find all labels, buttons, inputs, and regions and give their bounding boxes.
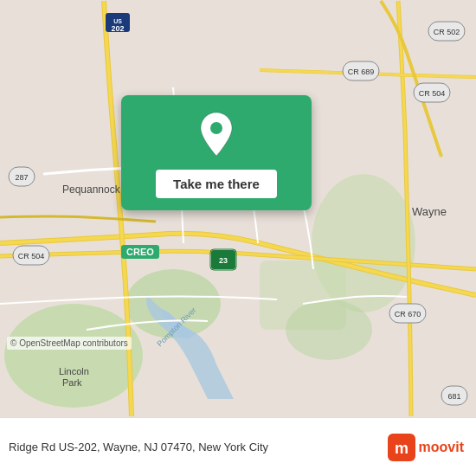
svg-text:Pequannock: Pequannock	[62, 183, 121, 196]
svg-point-1	[4, 304, 143, 408]
svg-point-33	[210, 122, 222, 134]
svg-text:Lincoln: Lincoln	[59, 366, 89, 376]
take-me-there-button[interactable]: Take me there	[156, 170, 277, 198]
svg-text:CR 504: CR 504	[419, 89, 446, 98]
location-pin-icon	[197, 111, 235, 158]
moovit-icon: m	[388, 434, 415, 461]
svg-text:287: 287	[15, 173, 28, 182]
address-text: Ridge Rd US-202, Wayne, NJ 07470, New Yo…	[9, 441, 388, 453]
svg-text:681: 681	[447, 392, 460, 401]
svg-text:23: 23	[219, 256, 228, 265]
svg-text:CR 689: CR 689	[348, 68, 375, 76]
svg-text:CR 504: CR 504	[18, 252, 45, 261]
map-area: 23 23 US 202 CR 502 CR 689 CR 504 CR 504	[0, 0, 476, 417]
svg-text:CR 502: CR 502	[434, 28, 460, 36]
svg-text:202: 202	[111, 24, 124, 33]
svg-text:Park: Park	[62, 377, 82, 388]
moovit-brand-text: moovit	[419, 440, 464, 455]
svg-text:Wayne: Wayne	[412, 205, 447, 218]
creo-label: CREO	[121, 245, 159, 259]
svg-point-5	[286, 299, 372, 360]
bottom-bar: Ridge Rd US-202, Wayne, NJ 07470, New Yo…	[0, 417, 476, 476]
svg-text:CR 670: CR 670	[395, 310, 421, 318]
moovit-logo: m moovit	[388, 434, 464, 461]
location-card: Take me there	[121, 95, 312, 210]
copyright-text: © OpenStreetMap contributors	[7, 337, 132, 350]
app-container: 23 23 US 202 CR 502 CR 689 CR 504 CR 504	[0, 0, 476, 476]
svg-text:US: US	[113, 18, 122, 24]
svg-text:m: m	[395, 440, 408, 457]
